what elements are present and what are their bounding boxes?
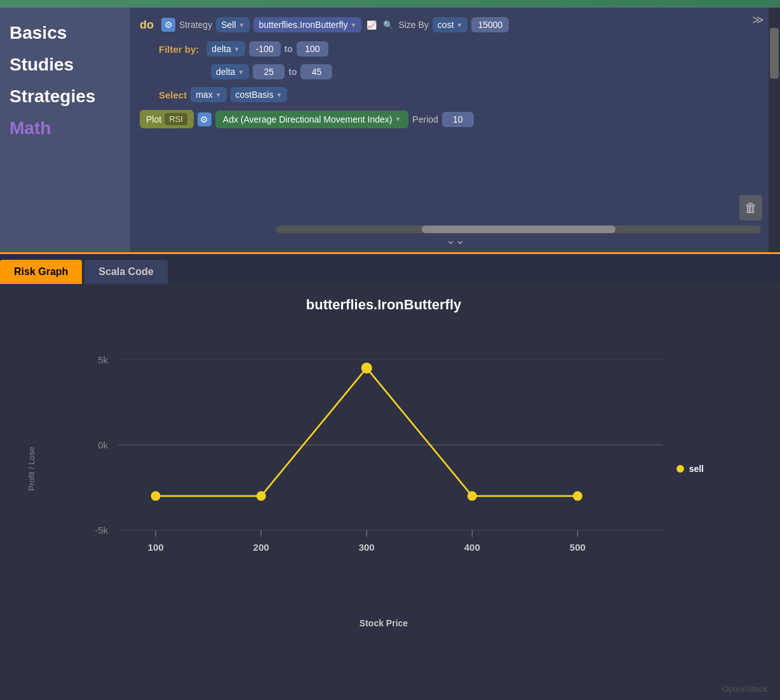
filter2-field-dropdown[interactable]: delta ▼ (211, 64, 249, 79)
svg-text:300: 300 (359, 542, 375, 553)
sidebar-item-strategies[interactable]: Strategies (10, 84, 121, 109)
sidebar: Basics Studies Strategies Math (0, 8, 130, 252)
study-dropdown[interactable]: Adx (Average Directional Movement Index)… (215, 111, 409, 128)
sidebar-item-studies[interactable]: Studies (10, 52, 121, 77)
data-point-5 (574, 492, 582, 500)
select-field-dropdown[interactable]: costBasis ▼ (231, 87, 288, 102)
svg-text:500: 500 (570, 542, 586, 553)
svg-text:100: 100 (148, 542, 164, 553)
svg-text:200: 200 (253, 542, 269, 553)
sidebar-item-math[interactable]: Math (10, 116, 121, 141)
horizontal-scrollbar[interactable] (276, 225, 761, 233)
do-label: do (140, 18, 154, 32)
sidebar-item-basics[interactable]: Basics (10, 20, 121, 46)
filter1-min-value[interactable]: -100 (249, 41, 281, 57)
period-value[interactable]: 10 (442, 112, 474, 127)
filter1-field-dropdown[interactable]: delta ▼ (206, 41, 245, 57)
svg-text:0k: 0k (98, 440, 108, 450)
chart-container: Profit / Lose 5k 0k -5k 100 200 (38, 326, 729, 612)
sell-dropdown[interactable]: Sell ▼ (216, 17, 250, 32)
period-label: Period (412, 114, 438, 125)
chart-icon[interactable]: 📈 (365, 18, 378, 31)
filter1-max-value[interactable]: 100 (297, 41, 328, 57)
data-point-3 (362, 363, 372, 373)
filter2-to-label: to (288, 67, 297, 77)
svg-text:400: 400 (464, 542, 480, 553)
strategy-name-dropdown[interactable]: butterflies.IronButterfly ▼ (253, 17, 361, 32)
select-func-dropdown[interactable]: max ▼ (191, 87, 226, 102)
chart-svg: 5k 0k -5k 100 200 300 400 500 (38, 326, 729, 612)
select-label: Select (159, 90, 187, 100)
legend-label: sell (689, 464, 704, 474)
zoom-icon[interactable]: 🔍 (382, 18, 394, 31)
rsi-tag: RSI (165, 113, 187, 125)
top-green-bar (0, 0, 780, 8)
size-value[interactable]: 15000 (471, 17, 509, 32)
filter2-min-value[interactable]: 25 (253, 64, 285, 79)
data-point-2 (257, 492, 266, 500)
plot-block: Plot RSI (140, 110, 194, 128)
scrollbar-thumb (422, 225, 615, 233)
data-point-4 (468, 492, 476, 500)
filter-label: Filter by: (159, 44, 199, 55)
tabs-section: Risk Graph Scala Code (0, 252, 780, 284)
bottom-area: butterflies.IronButterfly Profit / Lose … (0, 284, 780, 700)
block-programming-area: ≫ do ⚙ Strategy Sell ▼ butterflies.IronB… (130, 8, 780, 252)
svg-text:-5k: -5k (95, 525, 108, 535)
vertical-scrollbar[interactable] (769, 8, 780, 252)
data-point-1 (152, 492, 160, 500)
collapse-arrow-icon[interactable]: ⌄⌄ (446, 233, 465, 247)
chart-legend: sell (676, 464, 704, 474)
svg-text:5k: 5k (98, 354, 108, 365)
tab-risk-graph[interactable]: Risk Graph (0, 260, 82, 284)
scrollbar-thumb-v (770, 28, 779, 79)
study-gear-icon[interactable]: ⚙ (198, 112, 212, 126)
legend-dot (676, 465, 684, 473)
tab-scala-code[interactable]: Scala Code (84, 260, 167, 284)
size-by-label: Size By (398, 20, 428, 30)
y-axis-label: Profit / Lose (27, 447, 36, 490)
chart-title: butterflies.IronButterfly (38, 297, 729, 313)
watermark: OptionStack (722, 684, 767, 694)
filter1-to-label: to (285, 44, 293, 54)
strategy-label: Strategy (179, 20, 212, 30)
cost-dropdown[interactable]: cost ▼ (433, 17, 468, 32)
plot-label: Plot (146, 114, 161, 125)
strategy-gear-icon[interactable]: ⚙ (161, 18, 175, 32)
filter2-max-value[interactable]: 45 (300, 64, 332, 79)
x-axis-label: Stock Price (38, 618, 729, 628)
trash-icon[interactable]: 🗑 (739, 195, 762, 220)
